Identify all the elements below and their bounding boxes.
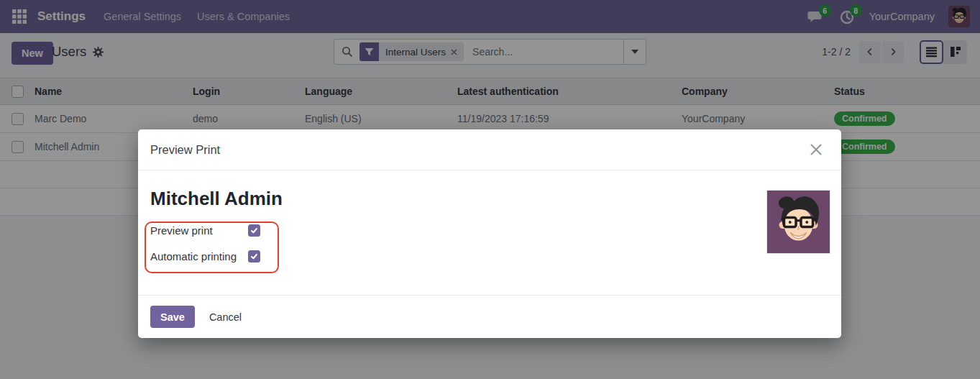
dialog-body: Mitchell Admin Preview print Automatic p…: [138, 170, 841, 295]
record-avatar: [766, 190, 830, 254]
dialog-title: Preview Print: [150, 143, 220, 157]
screen: Settings General Settings Users & Compan…: [0, 0, 980, 379]
close-icon[interactable]: [807, 140, 825, 159]
field-label: Preview print: [150, 224, 213, 237]
field-label: Automatic printing: [150, 250, 237, 262]
preview-print-checkbox[interactable]: [248, 224, 260, 237]
field-automatic-printing: Automatic printing: [150, 250, 260, 262]
dialog-footer: Save Cancel: [138, 295, 841, 338]
preview-print-dialog: Preview Print Mitchell Admin Preview pri…: [138, 129, 841, 338]
automatic-printing-checkbox[interactable]: [248, 250, 260, 262]
save-button[interactable]: Save: [150, 306, 195, 328]
record-name: Mitchell Admin: [150, 188, 283, 210]
cancel-button[interactable]: Cancel: [209, 311, 242, 323]
field-preview-print: Preview print: [150, 224, 260, 237]
dialog-header: Preview Print: [138, 129, 841, 170]
